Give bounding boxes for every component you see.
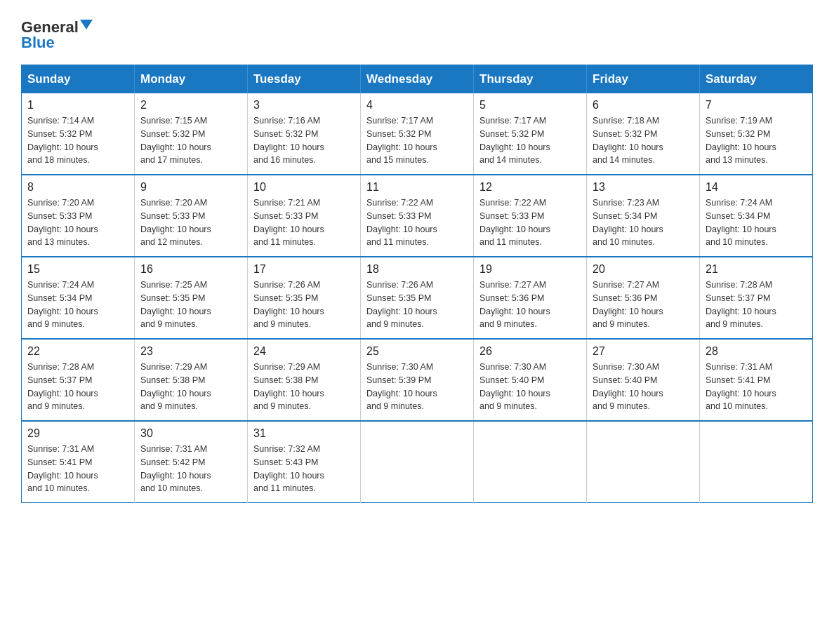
- calendar-header-row: SundayMondayTuesdayWednesdayThursdayFrid…: [22, 65, 813, 94]
- calendar-cell: 22 Sunrise: 7:28 AM Sunset: 5:37 PM Dayl…: [22, 339, 135, 421]
- calendar-cell: 16 Sunrise: 7:25 AM Sunset: 5:35 PM Dayl…: [135, 257, 248, 339]
- logo-general: General: [21, 20, 79, 35]
- day-info: Sunrise: 7:26 AM Sunset: 5:35 PM Dayligh…: [366, 279, 468, 331]
- day-info: Sunrise: 7:29 AM Sunset: 5:38 PM Dayligh…: [253, 361, 355, 413]
- logo-blue: Blue: [21, 34, 55, 52]
- day-info: Sunrise: 7:31 AM Sunset: 5:41 PM Dayligh…: [27, 443, 128, 495]
- day-number: 13: [593, 181, 694, 194]
- day-info: Sunrise: 7:18 AM Sunset: 5:32 PM Dayligh…: [593, 114, 694, 167]
- day-number: 28: [706, 345, 807, 358]
- day-info: Sunrise: 7:26 AM Sunset: 5:35 PM Dayligh…: [253, 279, 355, 331]
- day-number: 3: [253, 99, 355, 112]
- day-number: 7: [706, 99, 807, 112]
- day-info: Sunrise: 7:32 AM Sunset: 5:43 PM Dayligh…: [253, 443, 355, 495]
- day-info: Sunrise: 7:20 AM Sunset: 5:33 PM Dayligh…: [27, 196, 128, 249]
- day-number: 11: [366, 181, 468, 194]
- day-info: Sunrise: 7:28 AM Sunset: 5:37 PM Dayligh…: [27, 361, 128, 413]
- calendar-cell: 7 Sunrise: 7:19 AM Sunset: 5:32 PM Dayli…: [700, 93, 813, 175]
- day-number: 17: [253, 263, 355, 276]
- calendar-cell: 31 Sunrise: 7:32 AM Sunset: 5:43 PM Dayl…: [248, 421, 361, 503]
- day-number: 27: [593, 345, 694, 358]
- day-info: Sunrise: 7:31 AM Sunset: 5:42 PM Dayligh…: [140, 443, 241, 495]
- calendar-cell: 25 Sunrise: 7:30 AM Sunset: 5:39 PM Dayl…: [361, 339, 474, 421]
- calendar-table: SundayMondayTuesdayWednesdayThursdayFrid…: [21, 65, 813, 503]
- day-info: Sunrise: 7:24 AM Sunset: 5:34 PM Dayligh…: [27, 279, 128, 331]
- day-number: 6: [593, 99, 694, 112]
- day-number: 12: [479, 181, 581, 194]
- header-tuesday: Tuesday: [248, 65, 361, 94]
- calendar-cell: [700, 421, 813, 503]
- calendar-cell: 11 Sunrise: 7:22 AM Sunset: 5:33 PM Dayl…: [361, 175, 474, 257]
- calendar-cell: [587, 421, 700, 503]
- calendar-cell: 18 Sunrise: 7:26 AM Sunset: 5:35 PM Dayl…: [361, 257, 474, 339]
- calendar-cell: 4 Sunrise: 7:17 AM Sunset: 5:32 PM Dayli…: [361, 93, 474, 175]
- page-header: General Blue: [21, 14, 813, 52]
- day-info: Sunrise: 7:27 AM Sunset: 5:36 PM Dayligh…: [593, 279, 694, 331]
- day-info: Sunrise: 7:31 AM Sunset: 5:41 PM Dayligh…: [706, 361, 807, 413]
- logo: General Blue: [21, 20, 93, 52]
- calendar-cell: 10 Sunrise: 7:21 AM Sunset: 5:33 PM Dayl…: [248, 175, 361, 257]
- header-saturday: Saturday: [700, 65, 813, 94]
- day-info: Sunrise: 7:21 AM Sunset: 5:33 PM Dayligh…: [253, 196, 355, 249]
- header-wednesday: Wednesday: [361, 65, 474, 94]
- day-number: 9: [140, 181, 241, 194]
- header-thursday: Thursday: [474, 65, 587, 94]
- calendar-cell: [474, 421, 587, 503]
- calendar-cell: 23 Sunrise: 7:29 AM Sunset: 5:38 PM Dayl…: [135, 339, 248, 421]
- calendar-cell: 27 Sunrise: 7:30 AM Sunset: 5:40 PM Dayl…: [587, 339, 700, 421]
- day-info: Sunrise: 7:30 AM Sunset: 5:39 PM Dayligh…: [366, 361, 468, 413]
- calendar-cell: [361, 421, 474, 503]
- calendar-cell: 21 Sunrise: 7:28 AM Sunset: 5:37 PM Dayl…: [700, 257, 813, 339]
- calendar-cell: 24 Sunrise: 7:29 AM Sunset: 5:38 PM Dayl…: [248, 339, 361, 421]
- calendar-cell: 14 Sunrise: 7:24 AM Sunset: 5:34 PM Dayl…: [700, 175, 813, 257]
- header-sunday: Sunday: [22, 65, 135, 94]
- day-info: Sunrise: 7:30 AM Sunset: 5:40 PM Dayligh…: [593, 361, 694, 413]
- day-info: Sunrise: 7:19 AM Sunset: 5:32 PM Dayligh…: [706, 114, 807, 167]
- day-number: 23: [140, 345, 241, 358]
- calendar-cell: 29 Sunrise: 7:31 AM Sunset: 5:41 PM Dayl…: [22, 421, 135, 503]
- calendar-cell: 8 Sunrise: 7:20 AM Sunset: 5:33 PM Dayli…: [22, 175, 135, 257]
- day-number: 16: [140, 263, 241, 276]
- calendar-cell: 12 Sunrise: 7:22 AM Sunset: 5:33 PM Dayl…: [474, 175, 587, 257]
- day-info: Sunrise: 7:28 AM Sunset: 5:37 PM Dayligh…: [706, 279, 807, 331]
- calendar-cell: 5 Sunrise: 7:17 AM Sunset: 5:32 PM Dayli…: [474, 93, 587, 175]
- calendar-cell: 30 Sunrise: 7:31 AM Sunset: 5:42 PM Dayl…: [135, 421, 248, 503]
- day-number: 5: [479, 99, 581, 112]
- calendar-cell: 3 Sunrise: 7:16 AM Sunset: 5:32 PM Dayli…: [248, 93, 361, 175]
- day-info: Sunrise: 7:30 AM Sunset: 5:40 PM Dayligh…: [479, 361, 581, 413]
- calendar-week-row: 1 Sunrise: 7:14 AM Sunset: 5:32 PM Dayli…: [22, 93, 813, 175]
- day-number: 24: [253, 345, 355, 358]
- logo-triangle-icon: [80, 20, 93, 29]
- calendar-cell: 26 Sunrise: 7:30 AM Sunset: 5:40 PM Dayl…: [474, 339, 587, 421]
- calendar-week-row: 15 Sunrise: 7:24 AM Sunset: 5:34 PM Dayl…: [22, 257, 813, 339]
- day-info: Sunrise: 7:16 AM Sunset: 5:32 PM Dayligh…: [253, 114, 355, 167]
- day-info: Sunrise: 7:14 AM Sunset: 5:32 PM Dayligh…: [27, 114, 128, 167]
- day-info: Sunrise: 7:22 AM Sunset: 5:33 PM Dayligh…: [366, 196, 468, 249]
- day-info: Sunrise: 7:29 AM Sunset: 5:38 PM Dayligh…: [140, 361, 241, 413]
- day-number: 21: [706, 263, 807, 276]
- header-monday: Monday: [135, 65, 248, 94]
- calendar-cell: 9 Sunrise: 7:20 AM Sunset: 5:33 PM Dayli…: [135, 175, 248, 257]
- day-info: Sunrise: 7:27 AM Sunset: 5:36 PM Dayligh…: [479, 279, 581, 331]
- day-number: 10: [253, 181, 355, 194]
- day-number: 4: [366, 99, 468, 112]
- day-info: Sunrise: 7:20 AM Sunset: 5:33 PM Dayligh…: [140, 196, 241, 249]
- day-number: 25: [366, 345, 468, 358]
- header-friday: Friday: [587, 65, 700, 94]
- day-number: 29: [27, 427, 128, 440]
- calendar-cell: 13 Sunrise: 7:23 AM Sunset: 5:34 PM Dayl…: [587, 175, 700, 257]
- day-number: 15: [27, 263, 128, 276]
- day-number: 31: [253, 427, 355, 440]
- day-info: Sunrise: 7:24 AM Sunset: 5:34 PM Dayligh…: [706, 196, 807, 249]
- day-number: 19: [479, 263, 581, 276]
- day-info: Sunrise: 7:17 AM Sunset: 5:32 PM Dayligh…: [479, 114, 581, 167]
- day-info: Sunrise: 7:17 AM Sunset: 5:32 PM Dayligh…: [366, 114, 468, 167]
- calendar-cell: 19 Sunrise: 7:27 AM Sunset: 5:36 PM Dayl…: [474, 257, 587, 339]
- calendar-cell: 1 Sunrise: 7:14 AM Sunset: 5:32 PM Dayli…: [22, 93, 135, 175]
- day-number: 1: [27, 99, 128, 112]
- calendar-cell: 28 Sunrise: 7:31 AM Sunset: 5:41 PM Dayl…: [700, 339, 813, 421]
- day-number: 8: [27, 181, 128, 194]
- day-info: Sunrise: 7:23 AM Sunset: 5:34 PM Dayligh…: [593, 196, 694, 249]
- day-info: Sunrise: 7:22 AM Sunset: 5:33 PM Dayligh…: [479, 196, 581, 249]
- calendar-cell: 15 Sunrise: 7:24 AM Sunset: 5:34 PM Dayl…: [22, 257, 135, 339]
